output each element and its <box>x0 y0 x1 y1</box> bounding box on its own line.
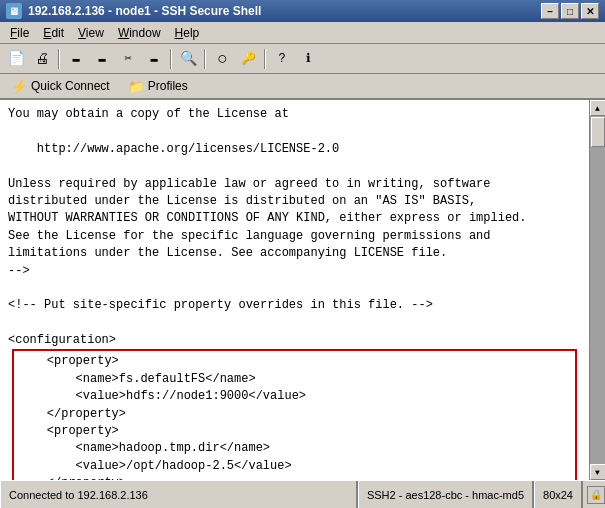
new-button[interactable]: 📄 <box>4 47 28 71</box>
term-line-10: --> <box>8 263 581 280</box>
term-line-4 <box>8 158 581 175</box>
scroll-up-button[interactable]: ▲ <box>590 100 606 116</box>
vertical-scrollbar[interactable]: ▲ ▼ <box>589 100 605 480</box>
toolbar-separator-3 <box>204 49 206 69</box>
term-line-15: <property> <box>18 353 571 370</box>
menu-edit[interactable]: Edit <box>37 24 70 42</box>
paste-button[interactable]: ▬ <box>90 47 114 71</box>
toolbar: 📄 🖨 ▬ ▬ ✂ ▬ 🔍 ◯ 🔑 ? ℹ <box>0 44 605 74</box>
main-content: You may obtain a copy of the License at … <box>0 100 605 480</box>
lightning-icon: ⚡ <box>11 79 27 94</box>
app-icon: 🖥 <box>6 3 22 19</box>
term-line-21: <value>/opt/hadoop-2.5</value> <box>18 458 571 475</box>
term-line-19: <property> <box>18 423 571 440</box>
quick-connect-button[interactable]: ⚡ Quick Connect <box>4 76 117 97</box>
status-connection: Connected to 192.168.2.136 <box>0 481 358 508</box>
term-line-6: distributed under the License is distrib… <box>8 193 581 210</box>
term-line-16: <name>fs.defaultFS</name> <box>18 371 571 388</box>
title-bar-left: 🖥 192.168.2.136 - node1 - SSH Secure She… <box>6 3 261 19</box>
menu-help[interactable]: Help <box>169 24 206 42</box>
lock-icon: 🔒 <box>587 486 605 504</box>
find-button[interactable]: 🔍 <box>176 47 200 71</box>
highlight-box: <property> <name>fs.defaultFS</name> <va… <box>12 349 577 480</box>
quickconnect-bar: ⚡ Quick Connect 📁 Profiles <box>0 74 605 100</box>
term-line-5: Unless required by applicable law or agr… <box>8 176 581 193</box>
dimensions-text: 80x24 <box>543 489 573 501</box>
quick-connect-label: Quick Connect <box>31 79 110 93</box>
scroll-down-button[interactable]: ▼ <box>590 464 606 480</box>
key-button[interactable]: 🔑 <box>236 47 260 71</box>
settings-button[interactable]: ◯ <box>210 47 234 71</box>
window-title: 192.168.2.136 - node1 - SSH Secure Shell <box>28 4 261 18</box>
toolbar-separator-4 <box>264 49 266 69</box>
term-line-1: You may obtain a copy of the License at <box>8 106 581 123</box>
encryption-text: SSH2 - aes128-cbc - hmac-md5 <box>367 489 524 501</box>
term-line-8: See the License for the specific languag… <box>8 228 581 245</box>
profiles-label: Profiles <box>148 79 188 93</box>
toolbar-separator-2 <box>170 49 172 69</box>
window-controls: – □ ✕ <box>541 3 599 19</box>
status-encryption: SSH2 - aes128-cbc - hmac-md5 <box>358 481 534 508</box>
term-line-7: WITHOUT WARRANTIES OR CONDITIONS OF ANY … <box>8 210 581 227</box>
close-button[interactable]: ✕ <box>581 3 599 19</box>
terminal-window[interactable]: You may obtain a copy of the License at … <box>0 100 589 480</box>
menu-window[interactable]: Window <box>112 24 167 42</box>
term-line-3: http://www.apache.org/licenses/LICENSE-2… <box>8 141 581 158</box>
menu-file[interactable]: File <box>4 24 35 42</box>
connection-text: Connected to 192.168.2.136 <box>9 489 148 501</box>
copy-button[interactable]: ▬ <box>64 47 88 71</box>
menu-view[interactable]: View <box>72 24 110 42</box>
term-line-14: <configuration> <box>8 332 581 349</box>
about-button[interactable]: ℹ <box>296 47 320 71</box>
term-line-17: <value>hdfs://node1:9000</value> <box>18 388 571 405</box>
print-button[interactable]: 🖨 <box>30 47 54 71</box>
menu-bar: File Edit View Window Help <box>0 22 605 44</box>
term-line-11 <box>8 280 581 297</box>
status-bar: Connected to 192.168.2.136 SSH2 - aes128… <box>0 480 605 508</box>
term-line-13 <box>8 315 581 332</box>
term-line-2 <box>8 123 581 140</box>
title-bar: 🖥 192.168.2.136 - node1 - SSH Secure She… <box>0 0 605 22</box>
undo-button[interactable]: ▬ <box>142 47 166 71</box>
scroll-thumb[interactable] <box>591 117 605 147</box>
folder-icon: 📁 <box>128 79 144 94</box>
term-line-18: </property> <box>18 406 571 423</box>
status-dimensions: 80x24 <box>534 481 583 508</box>
profiles-button[interactable]: 📁 Profiles <box>121 76 195 97</box>
minimize-button[interactable]: – <box>541 3 559 19</box>
term-line-12: <!-- Put site-specific property override… <box>8 297 581 314</box>
term-line-22: </property> <box>18 475 571 480</box>
term-line-9: limitations under the License. See accom… <box>8 245 581 262</box>
maximize-button[interactable]: □ <box>561 3 579 19</box>
term-line-20: <name>hadoop.tmp.dir</name> <box>18 440 571 457</box>
scroll-track[interactable] <box>590 116 606 464</box>
toolbar-separator-1 <box>58 49 60 69</box>
help-button[interactable]: ? <box>270 47 294 71</box>
cut-button[interactable]: ✂ <box>116 47 140 71</box>
